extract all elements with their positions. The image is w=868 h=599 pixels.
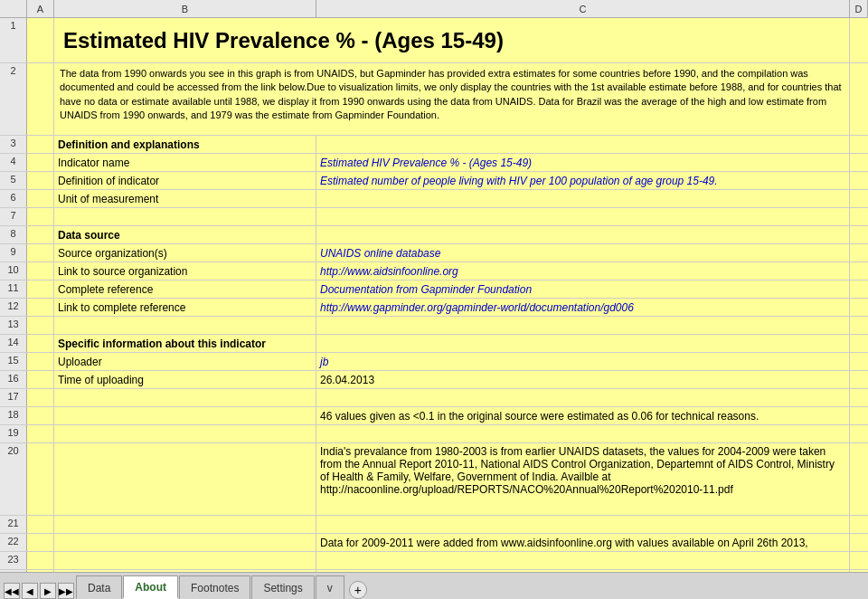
cell-9d <box>850 244 868 261</box>
row-1: 1 Estimated HIV Prevalence % - (Ages 15-… <box>0 18 868 63</box>
row-num-2: 2 <box>0 63 27 135</box>
spreadsheet-title: Estimated HIV Prevalence % - (Ages 15-49… <box>63 28 504 53</box>
col-header-c: C <box>316 0 850 17</box>
cell-20a <box>27 443 54 515</box>
row-num-16: 16 <box>0 371 27 388</box>
cell-19a <box>27 425 54 442</box>
cell-11a <box>27 280 54 298</box>
cell-23d <box>850 552 868 569</box>
row-17: 17 <box>0 389 868 407</box>
cell-6a <box>27 190 54 207</box>
nav-next[interactable]: ▶ <box>40 583 56 599</box>
row-num-1: 1 <box>0 18 27 62</box>
cell-11c: Documentation from Gapminder Foundation <box>316 280 850 298</box>
cell-10d <box>850 262 868 280</box>
cell-13c <box>316 317 850 334</box>
cell-17c <box>316 389 850 406</box>
row-13: 13 <box>0 317 868 335</box>
row-6: 6Unit of measurement <box>0 190 868 208</box>
cell-5b: Definition of indicator <box>54 172 316 189</box>
row-8: 8Data source <box>0 226 868 244</box>
cell-15b: Uploader <box>54 353 316 370</box>
spreadsheet: A B C D 1 Estimated HIV Prevalence % - (… <box>0 0 868 599</box>
cell-20d <box>850 443 868 515</box>
row-22: 22Data for 2009-2011 were added from www… <box>0 534 868 552</box>
cell-3a <box>27 136 54 153</box>
tab-settings[interactable]: Settings <box>251 575 314 599</box>
row-20: 20India's prevalance from 1980-2003 is f… <box>0 443 868 516</box>
row-num-19: 19 <box>0 425 27 442</box>
cell-16a <box>27 371 54 388</box>
nav-prev-prev[interactable]: ◀◀ <box>4 583 20 599</box>
cell-20b <box>54 443 316 515</box>
cell-12d <box>850 299 868 316</box>
nav-prev[interactable]: ◀ <box>22 583 38 599</box>
cell-18d <box>850 407 868 424</box>
row-7: 7 <box>0 208 868 226</box>
tab-footnotes[interactable]: Footnotes <box>179 575 250 599</box>
row-15: 15Uploaderjb <box>0 353 868 371</box>
cell-6d <box>850 190 868 207</box>
cell-4d <box>850 154 868 171</box>
tab-data[interactable]: Data <box>76 575 122 599</box>
row-num-12: 12 <box>0 299 27 316</box>
cell-7d <box>850 208 868 225</box>
cell-9b: Source organization(s) <box>54 244 316 261</box>
cell-16d <box>850 371 868 388</box>
row-num-4: 4 <box>0 154 27 171</box>
cell-19c <box>316 425 850 442</box>
row-11: 11Complete referenceDocumentation from G… <box>0 280 868 299</box>
corner-cell <box>0 0 27 17</box>
cell-23c <box>316 552 850 569</box>
row-23: 23 <box>0 552 868 570</box>
cell-4a <box>27 154 54 171</box>
cell-7b <box>54 208 316 225</box>
grid-area: 1 Estimated HIV Prevalence % - (Ages 15-… <box>0 18 868 572</box>
row-num-13: 13 <box>0 317 27 334</box>
row-num-23: 23 <box>0 552 27 569</box>
cell-18b <box>54 407 316 424</box>
nav-next-next[interactable]: ▶▶ <box>58 583 74 599</box>
tab-about[interactable]: About <box>123 575 178 599</box>
row-16: 16Time of uploading26.04.2013 <box>0 371 868 389</box>
add-tab-button[interactable]: + <box>349 581 367 599</box>
cell-2a <box>27 63 54 135</box>
cell-17d <box>850 389 868 406</box>
cell-7c <box>316 208 850 225</box>
cell-23b <box>54 552 316 569</box>
row-num-7: 7 <box>0 208 27 225</box>
cell-13a <box>27 317 54 334</box>
title-cell: Estimated HIV Prevalence % - (Ages 15-49… <box>54 18 850 62</box>
tab-v[interactable]: v <box>316 575 344 599</box>
row-4: 4Indicator nameEstimated HIV Prevalence … <box>0 154 868 172</box>
cell-23a <box>27 552 54 569</box>
cell-8b: Data source <box>54 226 316 243</box>
row-num-21: 21 <box>0 516 27 533</box>
row-14: 14Specific information about this indica… <box>0 335 868 353</box>
row-num-10: 10 <box>0 262 27 280</box>
row-num-22: 22 <box>0 534 27 551</box>
cell-19d <box>850 425 868 442</box>
cell-15d <box>850 353 868 370</box>
row-2: 2 The data from 1990 onwards you see in … <box>0 63 868 136</box>
cell-21d <box>850 516 868 533</box>
row-3: 3Definition and explanations <box>0 136 868 154</box>
cell-11d <box>850 280 868 298</box>
cell-9c: UNAIDS online database <box>316 244 850 261</box>
row-num-9: 9 <box>0 244 27 261</box>
row-num-15: 15 <box>0 353 27 370</box>
cell-15a <box>27 353 54 370</box>
cell-1d <box>850 18 868 62</box>
cell-21b <box>54 516 316 533</box>
cell-6c <box>316 190 850 207</box>
row-19: 19 <box>0 425 868 443</box>
col-header-row: A B C D <box>0 0 868 18</box>
row-12: 12Link to complete referencehttp://www.g… <box>0 299 868 317</box>
cell-3c <box>316 136 850 153</box>
cell-2d <box>850 63 868 135</box>
cell-5a <box>27 172 54 189</box>
cell-16c: 26.04.2013 <box>316 371 850 388</box>
row-9: 9Source organization(s)UNAIDS online dat… <box>0 244 868 262</box>
cell-17a <box>27 389 54 406</box>
row-num-8: 8 <box>0 226 27 243</box>
